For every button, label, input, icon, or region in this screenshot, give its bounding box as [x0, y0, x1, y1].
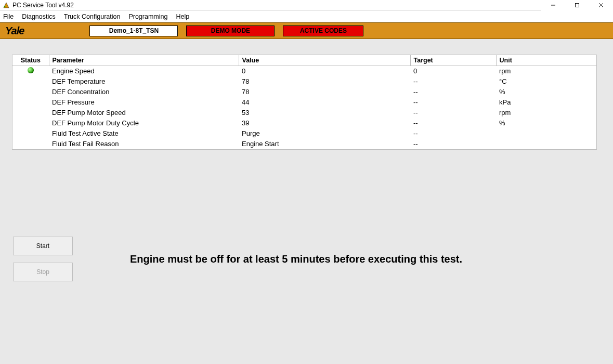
parameter-cell: DEF Pump Motor Speed — [49, 108, 239, 118]
target-cell: 0 — [410, 66, 496, 76]
status-cell — [12, 66, 49, 76]
instruction-text: Engine must be off for at least 5 minute… — [130, 253, 462, 265]
table-header-row: Status Parameter Value Target Unit — [12, 55, 596, 66]
unit-cell — [496, 139, 596, 149]
unit-cell: rpm — [496, 66, 596, 76]
status-cell — [12, 139, 49, 149]
unit-cell: % — [496, 118, 596, 128]
svg-rect-2 — [576, 4, 579, 7]
target-cell: -- — [410, 118, 496, 128]
menu-diagnostics[interactable]: Diagnostics — [22, 13, 56, 20]
menu-help[interactable]: Help — [176, 13, 189, 20]
unit-cell: rpm — [496, 108, 596, 118]
minimize-button[interactable] — [541, 0, 565, 11]
parameter-cell: DEF Pressure — [49, 97, 239, 108]
col-header-status[interactable]: Status — [12, 55, 49, 66]
menu-truck-config[interactable]: Truck Configuration — [64, 13, 121, 20]
table-row[interactable]: Fluid Test Fail ReasonEngine Start-- — [12, 139, 596, 149]
stop-button: Stop — [13, 263, 73, 281]
parameter-cell: DEF Pump Motor Duty Cycle — [49, 118, 239, 128]
truck-name-indicator: Demo_1-8T_TSN — [89, 25, 178, 36]
target-cell: -- — [410, 128, 496, 139]
parameter-cell: DEF Concentration — [49, 87, 239, 97]
close-button[interactable] — [589, 0, 613, 11]
target-cell: -- — [410, 87, 496, 97]
menu-bar: File Diagnostics Truck Configuration Pro… — [0, 11, 613, 22]
table-row[interactable]: DEF Pressure44--kPa — [12, 97, 596, 108]
work-area: Status Parameter Value Target Unit Engin… — [0, 39, 613, 364]
value-cell: Purge — [239, 128, 410, 139]
status-cell — [12, 108, 49, 118]
app-icon — [2, 1, 10, 9]
parameter-cell: Fluid Test Active State — [49, 128, 239, 139]
col-header-parameter[interactable]: Parameter — [49, 55, 239, 66]
menu-programming[interactable]: Programming — [128, 13, 167, 20]
unit-cell — [496, 128, 596, 139]
col-header-value[interactable]: Value — [239, 55, 410, 66]
value-cell: 44 — [239, 97, 410, 108]
unit-cell: % — [496, 87, 596, 97]
svg-point-0 — [4, 6, 6, 8]
status-cell — [12, 128, 49, 139]
window-title-bar: PC Service Tool v4.92 — [0, 0, 613, 11]
status-cell — [12, 76, 49, 87]
value-cell: 39 — [239, 118, 410, 128]
col-header-target[interactable]: Target — [410, 55, 496, 66]
target-cell: -- — [410, 108, 496, 118]
table-row[interactable]: DEF Concentration78--% — [12, 87, 596, 97]
table-row[interactable]: DEF Pump Motor Duty Cycle39--% — [12, 118, 596, 128]
table-row[interactable]: DEF Pump Motor Speed53--rpm — [12, 108, 596, 118]
target-cell: -- — [410, 97, 496, 108]
unit-cell: kPa — [496, 97, 596, 108]
status-cell — [12, 97, 49, 108]
status-led-icon — [28, 67, 34, 73]
status-cell — [12, 87, 49, 97]
parameter-cell: Fluid Test Fail Reason — [49, 139, 239, 149]
window-title: PC Service Tool v4.92 — [12, 2, 541, 9]
parameter-cell: DEF Temperature — [49, 76, 239, 87]
unit-cell: °C — [496, 76, 596, 87]
value-cell: Engine Start — [239, 139, 410, 149]
table-row[interactable]: DEF Temperature78--°C — [12, 76, 596, 87]
status-cell — [12, 118, 49, 128]
col-header-unit[interactable]: Unit — [496, 55, 596, 66]
menu-file[interactable]: File — [3, 13, 14, 20]
maximize-button[interactable] — [565, 0, 589, 11]
parameter-cell: Engine Speed — [49, 66, 239, 76]
start-button[interactable]: Start — [13, 237, 73, 255]
target-cell: -- — [410, 76, 496, 87]
table-row[interactable]: Engine Speed00rpm — [12, 66, 596, 76]
value-cell: 78 — [239, 76, 410, 87]
value-cell: 78 — [239, 87, 410, 97]
active-codes-indicator[interactable]: ACTIVE CODES — [283, 25, 363, 36]
parameters-table: Status Parameter Value Target Unit Engin… — [12, 55, 597, 150]
demo-mode-indicator: DEMO MODE — [186, 25, 275, 36]
brand-bar: Yale Demo_1-8T_TSN DEMO MODE ACTIVE CODE… — [0, 22, 613, 39]
table-row[interactable]: Fluid Test Active StatePurge-- — [12, 128, 596, 139]
value-cell: 0 — [239, 66, 410, 76]
brand-logo: Yale — [5, 25, 24, 37]
target-cell: -- — [410, 139, 496, 149]
value-cell: 53 — [239, 108, 410, 118]
